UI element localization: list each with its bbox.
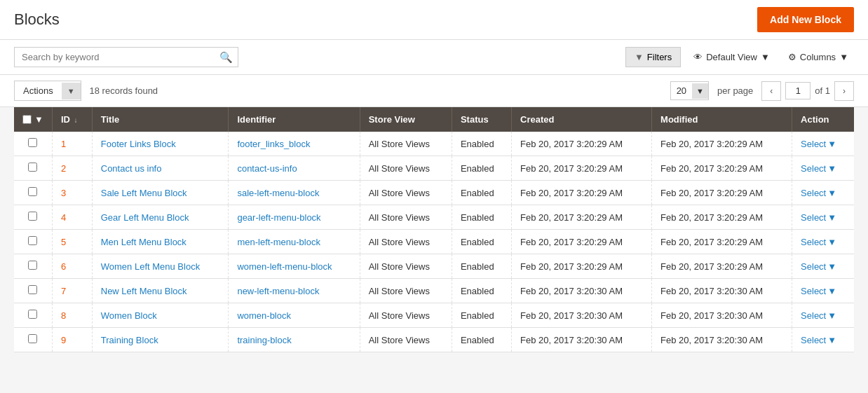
- row-checkbox[interactable]: [28, 212, 37, 221]
- select-link[interactable]: Select ▼: [801, 310, 846, 321]
- identifier-link[interactable]: women-left-menu-block: [237, 261, 332, 272]
- td-identifier: gear-left-menu-block: [229, 205, 360, 230]
- td-action: Select ▼: [792, 230, 854, 254]
- search-input[interactable]: [14, 47, 238, 67]
- next-page-button[interactable]: ›: [834, 81, 854, 101]
- select-link[interactable]: Select ▼: [801, 237, 846, 247]
- identifier-link[interactable]: footer_links_block: [237, 139, 310, 149]
- page-header: Blocks Add New Block: [0, 0, 868, 40]
- td-checkbox: [14, 132, 52, 156]
- row-checkbox[interactable]: [28, 261, 37, 270]
- select-link[interactable]: Select ▼: [801, 163, 846, 174]
- view-arrow-icon: ▼: [761, 52, 770, 62]
- td-store-view: All Store Views: [360, 132, 452, 156]
- table-row: 6 Women Left Menu Block women-left-menu-…: [14, 254, 854, 279]
- th-identifier: Identifier: [229, 107, 360, 132]
- row-checkbox[interactable]: [28, 138, 37, 147]
- actions-dropdown[interactable]: Actions ▼: [14, 81, 81, 101]
- select-all-checkbox[interactable]: [22, 115, 32, 124]
- td-title: Training Block: [92, 328, 229, 352]
- select-link[interactable]: Select ▼: [801, 188, 846, 198]
- per-page-label: per page: [717, 85, 753, 96]
- td-id: 1: [52, 132, 92, 156]
- td-identifier: training-block: [229, 328, 360, 352]
- default-view-button[interactable]: 👁 Default View ▼: [688, 48, 775, 67]
- table-row: 4 Gear Left Menu Block gear-left-menu-bl…: [14, 205, 854, 230]
- td-status: Enabled: [452, 205, 511, 230]
- title-link[interactable]: Women Left Menu Block: [101, 261, 200, 272]
- table-row: 8 Women Block women-block All Store View…: [14, 303, 854, 328]
- td-id: 6: [52, 254, 92, 279]
- view-label: Default View: [706, 52, 757, 62]
- td-title: Gear Left Menu Block: [92, 205, 229, 230]
- identifier-link[interactable]: men-left-menu-block: [237, 237, 320, 247]
- title-link[interactable]: Sale Left Menu Block: [101, 188, 187, 198]
- th-title: Title: [92, 107, 229, 132]
- title-link[interactable]: Women Block: [101, 310, 157, 321]
- identifier-link[interactable]: women-block: [237, 310, 291, 321]
- td-modified: Feb 20, 2017 3:20:30 AM: [652, 303, 792, 328]
- select-link[interactable]: Select ▼: [801, 335, 846, 345]
- filter-icon: ▼: [635, 52, 644, 62]
- select-link[interactable]: Select ▼: [801, 139, 846, 149]
- th-modified: Modified: [652, 107, 792, 132]
- th-checkbox-arrow[interactable]: ▼: [34, 114, 43, 125]
- row-checkbox[interactable]: [28, 187, 37, 196]
- td-modified: Feb 20, 2017 3:20:29 AM: [652, 132, 792, 156]
- select-arrow-icon: ▼: [827, 212, 836, 223]
- current-page[interactable]: 1: [785, 82, 811, 99]
- select-link[interactable]: Select ▼: [801, 212, 846, 223]
- td-created: Feb 20, 2017 3:20:30 AM: [512, 328, 652, 352]
- identifier-link[interactable]: sale-left-menu-block: [237, 188, 319, 198]
- add-new-block-button[interactable]: Add New Block: [757, 7, 854, 32]
- select-link[interactable]: Select ▼: [801, 286, 846, 296]
- columns-arrow-icon: ▼: [839, 52, 848, 62]
- title-link[interactable]: Training Block: [101, 335, 158, 345]
- td-title: Contact us info: [92, 156, 229, 181]
- td-modified: Feb 20, 2017 3:20:30 AM: [652, 279, 792, 303]
- per-page-value: 20: [671, 82, 692, 99]
- filters-button[interactable]: ▼ Filters: [625, 47, 681, 67]
- columns-button[interactable]: ⚙ Columns ▼: [782, 48, 854, 67]
- prev-page-button[interactable]: ‹: [761, 81, 781, 101]
- td-created: Feb 20, 2017 3:20:29 AM: [512, 254, 652, 279]
- title-link[interactable]: Contact us info: [101, 163, 162, 174]
- td-title: Sale Left Menu Block: [92, 181, 229, 205]
- identifier-link[interactable]: training-block: [237, 335, 291, 345]
- td-id: 8: [52, 303, 92, 328]
- title-link[interactable]: Men Left Menu Block: [101, 237, 187, 247]
- title-link[interactable]: Footer Links Block: [101, 139, 176, 149]
- identifier-link[interactable]: gear-left-menu-block: [237, 212, 320, 223]
- td-status: Enabled: [452, 132, 511, 156]
- th-checkbox: ▼: [14, 107, 52, 132]
- row-checkbox[interactable]: [28, 310, 37, 319]
- row-checkbox[interactable]: [28, 334, 37, 343]
- td-checkbox: [14, 303, 52, 328]
- actions-arrow-icon[interactable]: ▼: [62, 83, 81, 99]
- select-arrow-icon: ▼: [827, 139, 836, 149]
- td-store-view: All Store Views: [360, 181, 452, 205]
- td-created: Feb 20, 2017 3:20:29 AM: [512, 132, 652, 156]
- td-created: Feb 20, 2017 3:20:29 AM: [512, 181, 652, 205]
- table-header-row: ▼ ID ↓ Title Identifier Store View Statu…: [14, 107, 854, 132]
- td-modified: Feb 20, 2017 3:20:29 AM: [652, 156, 792, 181]
- row-checkbox[interactable]: [28, 236, 37, 245]
- td-store-view: All Store Views: [360, 156, 452, 181]
- row-checkbox[interactable]: [28, 163, 37, 172]
- select-arrow-icon: ▼: [827, 188, 836, 198]
- td-created: Feb 20, 2017 3:20:30 AM: [512, 303, 652, 328]
- title-link[interactable]: Gear Left Menu Block: [101, 212, 189, 223]
- per-page-arrow-icon[interactable]: ▼: [692, 83, 708, 99]
- search-icon[interactable]: 🔍: [219, 51, 233, 64]
- td-created: Feb 20, 2017 3:20:29 AM: [512, 156, 652, 181]
- td-action: Select ▼: [792, 254, 854, 279]
- select-arrow-icon: ▼: [827, 237, 836, 247]
- identifier-link[interactable]: new-left-menu-block: [237, 286, 319, 296]
- td-id: 5: [52, 230, 92, 254]
- per-page-select[interactable]: 20 ▼: [670, 81, 709, 100]
- th-status: Status: [452, 107, 511, 132]
- row-checkbox[interactable]: [28, 285, 37, 294]
- identifier-link[interactable]: contact-us-info: [237, 163, 297, 174]
- title-link[interactable]: New Left Menu Block: [101, 286, 187, 296]
- select-link[interactable]: Select ▼: [801, 261, 846, 272]
